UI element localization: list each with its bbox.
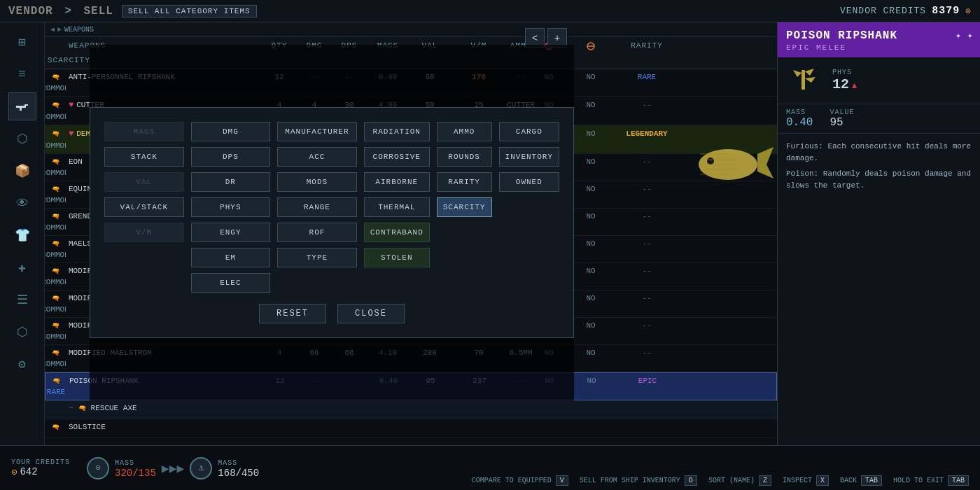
mass-label: MASS	[786, 108, 813, 116]
row-rarity: --	[619, 211, 675, 222]
filter-corrosive-button[interactable]: CORROSIVE	[364, 147, 430, 167]
filter-cargo-button[interactable]: CARGO	[499, 122, 559, 141]
filter-mass-button[interactable]: MASS	[104, 122, 184, 141]
row-rarity: EPIC	[620, 375, 676, 386]
filter-thermal-button[interactable]: THERMAL	[364, 197, 430, 217]
filter-dmg-button[interactable]: DMG	[191, 122, 271, 141]
filter-inventory-button[interactable]: INVENTORY	[499, 147, 559, 167]
filter-ammo-button[interactable]: AMMO	[437, 122, 492, 141]
filter-airborne-button[interactable]: AIRBORNE	[364, 172, 430, 192]
filter-dps-button[interactable]: DPS	[191, 147, 271, 167]
filter-valstack-button[interactable]: VAL/STACK	[104, 197, 184, 217]
hint-sell-ship: SELL FROM SHIP INVENTORY O	[580, 477, 697, 484]
sell-all-button[interactable]: SELL ALL CATEGORY ITEMS	[122, 5, 257, 18]
filter-contraband-button[interactable]: CONTRABAND	[364, 223, 430, 242]
sidebar-icon-settings[interactable]: ⚙	[8, 350, 36, 378]
sidebar-icon-grid[interactable]: ⊞	[8, 28, 36, 56]
item-list-area: ◀ ► WEAPONS WEAPONS QTY DMG DPS MASS VAL…	[45, 22, 777, 445]
reset-button[interactable]: RESET	[259, 304, 326, 323]
svg-rect-1	[24, 104, 28, 106]
vendor-credits: VENDOR CREDITS 8379 ⊙	[840, 5, 972, 17]
row-name: ~ 🔫 RESCUE AXE	[66, 402, 262, 414]
row-scarcity: COMMON	[45, 276, 66, 288]
row-ammo	[507, 402, 535, 414]
hint-key-v: V	[556, 475, 568, 486]
row-scarcity	[45, 433, 66, 435]
modal-footer: RESET CLOSE	[104, 304, 559, 323]
filter-mods-button[interactable]: MODS	[277, 172, 357, 192]
sidebar-icon-modules[interactable]: ⬡	[8, 318, 36, 346]
row-val	[409, 421, 451, 433]
close-button[interactable]: CLOSE	[337, 304, 405, 323]
filter-stolen-button[interactable]: STOLEN	[364, 248, 430, 267]
filter-acc-button[interactable]: ACC	[277, 147, 357, 167]
filter-manufacturer-button[interactable]: MANUFACTURER	[277, 122, 357, 141]
row-icon: 🔫	[45, 320, 66, 331]
row-rarity: --	[619, 183, 675, 195]
credits-amount: 642	[20, 466, 37, 477]
filter-rarity-button[interactable]: RARITY	[437, 172, 492, 192]
arrow-icons: ▶▶▶	[162, 461, 185, 476]
modal-col-2: DMG DPS DR PHYS ENGY EM ELEC	[191, 122, 271, 293]
row-rarity: --	[619, 347, 675, 358]
filter-phys-button[interactable]: PHYS	[191, 197, 271, 217]
filter-vm-button[interactable]: V/M	[104, 223, 184, 242]
row-rarity	[619, 421, 675, 433]
table-row[interactable]: 🔫 SOLSTICE	[45, 419, 777, 438]
filter-stack-button[interactable]: STACK	[104, 147, 184, 167]
breadcrumb-arrow2: ►	[57, 26, 62, 34]
filter-dr-button[interactable]: DR	[191, 172, 271, 192]
row-icon: 🔫	[45, 127, 66, 140]
value-label: VALUE	[830, 108, 854, 116]
svg-rect-7	[802, 70, 805, 90]
row-icon: 🔫	[45, 293, 66, 304]
sidebar-icon-weapons[interactable]	[8, 92, 36, 120]
bottom-bar: YOUR CREDITS ⊙ 642 ⊙ MASS 320/135 ▶▶▶ ⚓ …	[0, 445, 980, 490]
hint-key-tab2: TAB	[948, 475, 969, 486]
filter-radiation-button[interactable]: RADIATION	[364, 122, 430, 141]
sidebar-icon-ammo[interactable]: ⬡	[8, 125, 36, 153]
character-display: ⊙ MASS 320/135 ▶▶▶ ⚓ MASS 168/450	[87, 457, 259, 479]
sidebar-icon-notes[interactable]: ☰	[8, 286, 36, 314]
item-detail-header: POISON RIPSHANK EPIC MELEE ✦ ✦	[778, 22, 980, 57]
sidebar-icon-add[interactable]: ✚	[8, 253, 36, 281]
hint-key-z: Z	[759, 475, 771, 486]
row-r2	[563, 421, 619, 433]
credits-label: YOUR CREDITS	[11, 458, 70, 466]
sidebar-icon-view[interactable]: 👁	[8, 189, 36, 217]
modal-col-3: MANUFACTURER ACC MODS RANGE ROF TYPE	[277, 122, 357, 293]
filter-val-button[interactable]: VAL	[104, 172, 184, 192]
filter-rof-button[interactable]: ROF	[277, 223, 357, 242]
row-vm	[451, 402, 507, 414]
filter-owned-button[interactable]: OWNED	[499, 172, 559, 192]
row-r1	[535, 402, 563, 414]
filter-scarcity-button[interactable]: SCARCITY	[437, 197, 492, 217]
filter-elec-button[interactable]: ELEC	[191, 273, 271, 293]
row-scarcity: COMMON	[45, 222, 66, 233]
filter-em-button[interactable]: EM	[191, 248, 271, 267]
phys-arrow: ▲	[852, 81, 857, 91]
sidebar-icon-menu[interactable]: ≡	[8, 60, 36, 88]
credits-display: YOUR CREDITS ⊙ 642	[11, 458, 70, 478]
ship-icon: ⚓	[190, 457, 212, 479]
row-r2	[563, 402, 619, 414]
filter-range-button[interactable]: RANGE	[277, 197, 357, 217]
sidebar-icon-apparel[interactable]: 👕	[8, 221, 36, 249]
filter-engy-button[interactable]: ENGY	[191, 223, 271, 242]
svg-rect-2	[20, 108, 22, 111]
svg-marker-10	[793, 70, 802, 77]
row-icon	[45, 402, 66, 414]
filter-rounds-button[interactable]: ROUNDS	[437, 147, 492, 167]
bottom-hints: COMPARE TO EQUIPPED V SELL FROM SHIP INV…	[472, 477, 969, 484]
row-scarcity	[45, 414, 66, 416]
item-mass-value-row: MASS 0.40 VALUE 95	[778, 104, 980, 134]
table-row[interactable]: ~ 🔫 RESCUE AXE	[45, 400, 777, 419]
vendor-credits-label: VENDOR CREDITS	[840, 6, 926, 16]
mass-label: MASS	[115, 459, 134, 467]
filter-type-button[interactable]: TYPE	[277, 248, 357, 267]
row-icon: 🔫	[46, 375, 66, 386]
row-icon: 🔫	[45, 156, 66, 167]
row-scarcity: COMMON	[45, 331, 66, 342]
sidebar-icon-inventory[interactable]: 📦	[8, 157, 36, 185]
value-value: 95	[830, 116, 854, 129]
